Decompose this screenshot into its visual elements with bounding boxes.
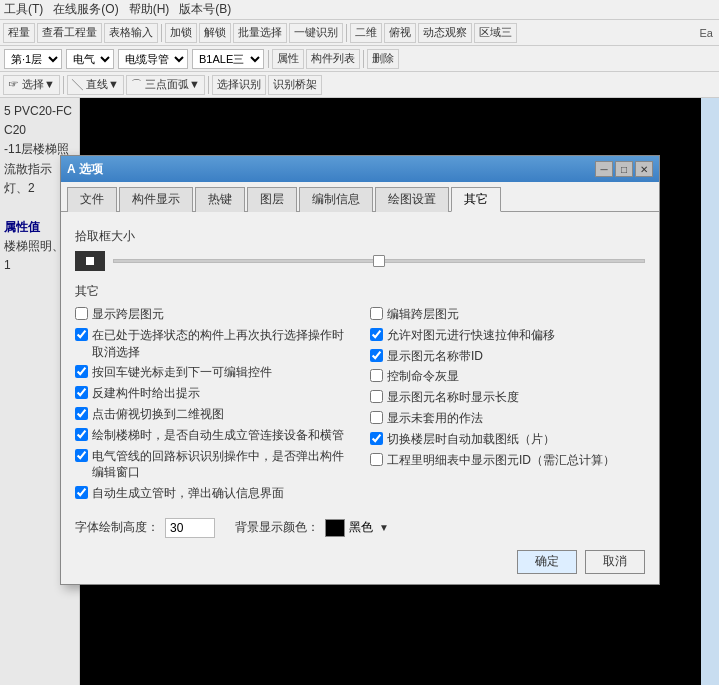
dialog-close-button[interactable]: ✕: [635, 161, 653, 177]
cancel-button[interactable]: 取消: [585, 550, 645, 574]
checkbox-item-14[interactable]: 显示未套用的作法: [370, 410, 645, 427]
checkbox-item-4[interactable]: 反建构件时给出提示: [75, 385, 350, 402]
slider-track[interactable]: [113, 259, 645, 263]
bg-color-label: 背景显示颜色：: [235, 519, 319, 536]
font-height-label: 字体绘制高度：: [75, 519, 159, 536]
checkbox-16[interactable]: [370, 453, 383, 466]
checkbox-5[interactable]: [75, 407, 88, 420]
tab-edit-info[interactable]: 编制信息: [299, 187, 373, 212]
checkbox-label-2: 在已处于选择状态的构件上再次执行选择操作时取消选择: [92, 327, 350, 361]
checkbox-label-11: 显示图元名称带ID: [387, 348, 483, 365]
checkbox-1[interactable]: [75, 307, 88, 320]
checkbox-label-14: 显示未套用的作法: [387, 410, 483, 427]
checkbox-15[interactable]: [370, 432, 383, 445]
tab-hotkey[interactable]: 热键: [195, 187, 245, 212]
checkbox-label-12: 控制命令灰显: [387, 368, 459, 385]
checkbox-item-6[interactable]: 绘制楼梯时，是否自动生成立管连接设备和横管: [75, 427, 350, 444]
checkbox-label-4: 反建构件时给出提示: [92, 385, 200, 402]
checkbox-13[interactable]: [370, 390, 383, 403]
checkbox-item-5[interactable]: 点击俯视切换到二维视图: [75, 406, 350, 423]
dialog-overlay: A 选项 ─ □ ✕ 文件 构件显示 热键 图层 编制信息 绘图设置 其它 拾取…: [0, 0, 719, 685]
dialog-content: 拾取框大小 其它 显示跨层图元: [61, 212, 659, 510]
slider-thumb[interactable]: [373, 255, 385, 267]
bg-color-field: 背景显示颜色： 黑色 ▼: [235, 519, 389, 537]
font-height-field: 字体绘制高度：: [75, 518, 215, 538]
checkbox-item-12[interactable]: 控制命令灰显: [370, 368, 645, 385]
dialog-maximize-button[interactable]: □: [615, 161, 633, 177]
checkbox-item-11[interactable]: 显示图元名称带ID: [370, 348, 645, 365]
tab-component-display[interactable]: 构件显示: [119, 187, 193, 212]
section-other-title: 其它: [75, 283, 645, 300]
checkbox-14[interactable]: [370, 411, 383, 424]
dialog-titlebar-buttons: ─ □ ✕: [595, 161, 653, 177]
confirm-button[interactable]: 确定: [517, 550, 577, 574]
options-dialog: A 选项 ─ □ ✕ 文件 构件显示 热键 图层 编制信息 绘图设置 其它 拾取…: [60, 155, 660, 585]
checkbox-11[interactable]: [370, 349, 383, 362]
checkbox-item-9[interactable]: 编辑跨层图元: [370, 306, 645, 323]
slider-box: [75, 251, 105, 271]
tab-other[interactable]: 其它: [451, 187, 501, 212]
tab-layer[interactable]: 图层: [247, 187, 297, 212]
checkbox-6[interactable]: [75, 428, 88, 441]
section-pickup-title: 拾取框大小: [75, 228, 645, 245]
checkbox-7[interactable]: [75, 449, 88, 462]
bg-color-swatch: [325, 519, 345, 537]
checkbox-label-3: 按回车键光标走到下一可编辑控件: [92, 364, 272, 381]
checkbox-8[interactable]: [75, 486, 88, 499]
dialog-tabs: 文件 构件显示 热键 图层 编制信息 绘图设置 其它: [61, 182, 659, 212]
checkbox-10[interactable]: [370, 328, 383, 341]
checkbox-columns: 显示跨层图元 在已处于选择状态的构件上再次执行选择操作时取消选择 按回车键光标走…: [75, 306, 645, 502]
checkbox-label-15: 切换楼层时自动加载图纸（片）: [387, 431, 555, 448]
dialog-minimize-button[interactable]: ─: [595, 161, 613, 177]
checkbox-item-3[interactable]: 按回车键光标走到下一可编辑控件: [75, 364, 350, 381]
tab-draw-settings[interactable]: 绘图设置: [375, 187, 449, 212]
bg-color-dropdown-arrow[interactable]: ▼: [379, 522, 389, 533]
checkbox-item-1[interactable]: 显示跨层图元: [75, 306, 350, 323]
checkbox-label-13: 显示图元名称时显示长度: [387, 389, 519, 406]
bg-color-name: 黑色: [349, 519, 373, 536]
checkbox-item-10[interactable]: 允许对图元进行快速拉伸和偏移: [370, 327, 645, 344]
dialog-footer: 确定 取消: [61, 544, 659, 584]
checkbox-item-8[interactable]: 自动生成立管时，弹出确认信息界面: [75, 485, 350, 502]
checkbox-item-2[interactable]: 在已处于选择状态的构件上再次执行选择操作时取消选择: [75, 327, 350, 361]
checkbox-item-7[interactable]: 电气管线的回路标识识别操作中，是否弹出构件编辑窗口: [75, 448, 350, 482]
bottom-row: 字体绘制高度： 背景显示颜色： 黑色 ▼: [61, 510, 659, 544]
slider-indicator: [86, 257, 94, 265]
checkbox-4[interactable]: [75, 386, 88, 399]
checkbox-label-9: 编辑跨层图元: [387, 306, 459, 323]
checkbox-col-right: 编辑跨层图元 允许对图元进行快速拉伸和偏移 显示图元名称带ID 控制命令灰显: [370, 306, 645, 502]
checkbox-item-16[interactable]: 工程里明细表中显示图元ID（需汇总计算）: [370, 452, 645, 469]
checkbox-label-7: 电气管线的回路标识识别操作中，是否弹出构件编辑窗口: [92, 448, 350, 482]
checkbox-item-13[interactable]: 显示图元名称时显示长度: [370, 389, 645, 406]
checkbox-col-left: 显示跨层图元 在已处于选择状态的构件上再次执行选择操作时取消选择 按回车键光标走…: [75, 306, 350, 502]
checkbox-label-8: 自动生成立管时，弹出确认信息界面: [92, 485, 284, 502]
checkbox-label-5: 点击俯视切换到二维视图: [92, 406, 224, 423]
dialog-titlebar: A 选项 ─ □ ✕: [61, 156, 659, 182]
tab-file[interactable]: 文件: [67, 187, 117, 212]
checkbox-9[interactable]: [370, 307, 383, 320]
checkbox-label-10: 允许对图元进行快速拉伸和偏移: [387, 327, 555, 344]
checkbox-2[interactable]: [75, 328, 88, 341]
slider-area: [75, 251, 645, 271]
checkbox-label-1: 显示跨层图元: [92, 306, 164, 323]
checkbox-item-15[interactable]: 切换楼层时自动加载图纸（片）: [370, 431, 645, 448]
bg-color-select-wrap[interactable]: 黑色 ▼: [325, 519, 389, 537]
checkbox-label-6: 绘制楼梯时，是否自动生成立管连接设备和横管: [92, 427, 344, 444]
checkbox-3[interactable]: [75, 365, 88, 378]
checkbox-12[interactable]: [370, 369, 383, 382]
font-height-input[interactable]: [165, 518, 215, 538]
checkbox-label-16: 工程里明细表中显示图元ID（需汇总计算）: [387, 452, 615, 469]
dialog-title: A 选项: [67, 161, 103, 178]
